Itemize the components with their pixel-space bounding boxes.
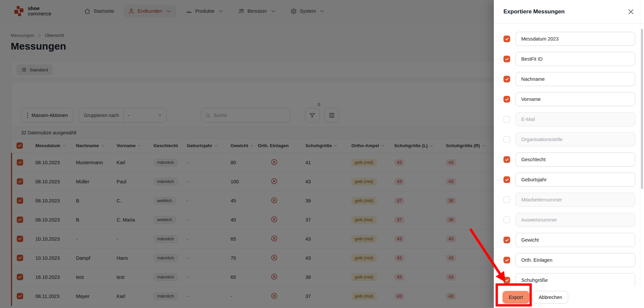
export-field-checkbox[interactable] [503,136,510,143]
export-field-box[interactable]: Messdatum 2023 [516,32,635,46]
export-drawer: Exportiere Messungen Messdatum 2023BestF… [494,0,644,308]
export-field-box[interactable]: Nachname [516,72,635,86]
export-field-row: Nachname [503,72,635,86]
drawer-scrollbar-track [640,0,644,308]
export-field-row: E-Mail [503,112,635,126]
export-field-checkbox[interactable] [503,176,510,183]
drawer-title: Exportiere Messungen [503,8,565,15]
export-field-checkbox[interactable] [503,257,510,263]
export-field-row: Vorname [503,92,635,106]
export-field-row: Messdatum 2023 [503,32,635,46]
export-field-label: Organisationsstelle [521,137,562,142]
export-field-box[interactable]: Vorname [516,92,635,106]
export-field-label: Vorname [521,97,541,102]
export-field-row: Orth. Einlagen [503,253,635,267]
export-field-row: Schuhgröße [503,273,635,286]
export-field-row: Organisationsstelle [503,132,635,146]
export-field-box[interactable]: Gewicht [516,233,635,247]
export-field-label: Geschlecht [521,157,546,162]
export-field-row: Mitarbeiternummer [503,193,635,207]
export-field-box[interactable]: BestFit ID [516,52,635,66]
export-field-label: Messdatum 2023 [521,36,558,42]
export-field-checkbox[interactable] [503,96,510,103]
export-field-row: Geburtsjahr [503,173,635,187]
export-field-box[interactable]: Ausweisnummer [516,213,635,227]
export-field-checkbox[interactable] [503,277,510,284]
export-field-box[interactable]: Geburtsjahr [516,173,635,187]
export-field-label: BestFit ID [521,56,543,62]
export-field-box[interactable]: Schuhgröße [516,273,635,286]
export-field-checkbox[interactable] [503,196,510,203]
export-field-row: Ausweisnummer [503,213,635,227]
export-field-checkbox[interactable] [503,237,510,243]
export-field-box[interactable]: Geschlecht [516,152,635,167]
cancel-button[interactable]: Abbrechen [533,291,568,304]
export-field-row: Gewicht [503,233,635,247]
export-field-label: Gewicht [521,237,539,243]
export-field-checkbox[interactable] [503,116,510,123]
export-field-checkbox[interactable] [503,56,510,62]
export-field-box[interactable]: Orth. Einlagen [516,253,635,267]
export-field-label: Nachname [521,76,545,82]
export-field-checkbox[interactable] [503,217,510,223]
export-field-box[interactable]: Organisationsstelle [516,132,635,146]
export-field-checkbox[interactable] [503,156,510,163]
drawer-header: Exportiere Messungen [494,0,644,23]
export-field-checkbox[interactable] [503,36,510,42]
export-button[interactable]: Export [502,291,529,304]
export-field-label: Geburtsjahr [521,177,547,182]
export-fields-list: Messdatum 2023BestFit IDNachnameVornameE… [494,23,644,286]
export-field-label: Ausweisnummer [521,217,557,223]
export-field-label: E-Mail [521,117,535,122]
export-field-checkbox[interactable] [503,76,510,82]
export-field-row: Geschlecht [503,152,635,167]
export-field-box[interactable]: E-Mail [516,112,635,126]
export-field-label: Mitarbeiternummer [521,197,562,202]
close-icon[interactable] [627,8,635,15]
export-field-box[interactable]: Mitarbeiternummer [516,193,635,207]
drawer-footer: Export Abbrechen [494,287,644,308]
export-field-label: Orth. Einlagen [521,257,552,263]
drawer-scrollbar-thumb[interactable] [641,29,643,189]
export-field-label: Schuhgröße [521,278,548,283]
export-field-row: BestFit ID [503,52,635,66]
